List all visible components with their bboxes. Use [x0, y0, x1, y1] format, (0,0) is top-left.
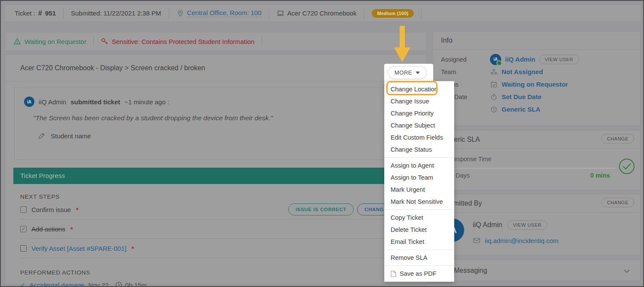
location-pin-icon: [176, 9, 184, 17]
ticket-label: Ticket :: [15, 9, 35, 17]
stopwatch-icon: [490, 93, 498, 101]
menu-separator: [385, 250, 454, 250]
clock-icon: [115, 281, 123, 287]
performed-date: Nov 22 ,: [88, 281, 112, 287]
status-link[interactable]: Waiting on Requestor: [502, 81, 568, 88]
messaging-panel[interactable]: Messaging: [433, 259, 641, 281]
header-end-divider: [421, 8, 436, 19]
step-label: Confirm issue: [31, 206, 71, 213]
view-user-button[interactable]: VIEW USER: [539, 55, 579, 64]
calendar-check-icon: [490, 81, 498, 88]
sla-progress-track: [450, 168, 615, 169]
step-label: Add actions: [31, 225, 65, 233]
menu-item-remove-sla[interactable]: Remove SLA: [385, 252, 454, 264]
menu-item-assign-to-agent[interactable]: Assign to Agent: [385, 159, 454, 172]
assigned-user-link[interactable]: iiQ Admin: [505, 56, 535, 63]
priority-segment: Medium (100): [364, 8, 422, 19]
menu-item-delete-ticket[interactable]: Delete Ticket: [385, 224, 454, 236]
submitted-by-panel: Submitted By CHANGE iA iiQ Admin VIEW US…: [433, 194, 641, 255]
warning-icon: [13, 37, 21, 45]
avatar: iA: [24, 97, 34, 107]
messaging-title: Messaging: [433, 260, 640, 281]
workflow-status-text: Waiting on Requestor: [25, 38, 86, 45]
avatar: iA: [490, 54, 501, 65]
step-add-actions: ✓ Add actions*: [20, 219, 419, 239]
menu-item-mark-urgent[interactable]: Mark Urgent: [385, 184, 454, 196]
comment-action: submitted ticket: [71, 98, 120, 106]
sla-change-button[interactable]: CHANGE: [601, 134, 634, 144]
menu-separator: [385, 265, 454, 266]
status-divider-2: [262, 36, 262, 47]
step-verify-asset: Verify Asset [Asset #SPARE-001]*: [20, 239, 419, 258]
response-time-label: Response Time: [450, 156, 491, 162]
issue-is-correct-button[interactable]: ISSUE IS CORRECT: [288, 203, 354, 215]
ticket-title: Acer C720 Chromebook - Display > Screen …: [6, 55, 426, 81]
verify-asset-link[interactable]: Verify Asset [Asset #SPARE-001]: [31, 245, 126, 252]
required-marker: *: [76, 206, 79, 213]
submitted-by-change-button[interactable]: CHANGE: [601, 198, 634, 207]
location-link[interactable]: Central Office, Room: 100: [187, 9, 262, 17]
info-row-status: Status Waiting on Requestor: [441, 78, 632, 90]
more-button[interactable]: MORE: [388, 66, 427, 79]
checkbox-unchecked[interactable]: [20, 245, 27, 252]
ticket-status-bar: Waiting on Requestor Sensitive: Contains…: [5, 32, 427, 51]
check-icon: ✓: [20, 281, 26, 287]
due-date-link[interactable]: Set Due Date: [502, 93, 542, 100]
menu-item-email-ticket[interactable]: Email Ticket: [385, 236, 454, 248]
info-row-assigned: Assigned iA iiQ Admin VIEW USER: [441, 53, 632, 66]
device-name: Acer C720 Chromebook: [287, 9, 357, 17]
submitter-email-link[interactable]: iiq.admin@incidentiq.com: [485, 237, 558, 244]
pencil-icon: [38, 132, 46, 140]
menu-item-mark-not-sensitive[interactable]: Mark Not Sensitive: [385, 196, 454, 208]
menu-item-save-as-pdf[interactable]: Save as PDF: [385, 268, 454, 280]
menu-item-change-subject[interactable]: Change Subject: [385, 119, 454, 131]
location-segment: Central Office, Room: 100: [169, 8, 269, 19]
ticket-header-bar: Ticket : # 951 Submitted: 11/22/2021 2:3…: [4, 4, 641, 22]
comment-author: iiQ Admin: [39, 98, 66, 106]
info-row-sla: SLA Generic SLA: [441, 103, 632, 115]
ticket-page: Ticket : # 951 Submitted: 11/22/2021 2:3…: [0, 0, 644, 287]
required-marker: *: [70, 225, 73, 233]
submitted-text: Submitted: 11/22/2021 2:38 PM: [71, 9, 161, 17]
clock-icon: [490, 106, 498, 113]
menu-item-edit-custom-fields[interactable]: Edit Custom Fields: [385, 131, 454, 144]
sla-met-check-icon: [619, 158, 635, 175]
device-segment: Acer C720 Chromebook: [269, 8, 364, 19]
comment-attachment[interactable]: Student name: [38, 132, 408, 140]
ticket-main-card: Acer C720 Chromebook - Display > Screen …: [5, 54, 427, 284]
attachment-label: Student name: [51, 132, 91, 140]
workflow-status: Waiting on Requestor: [13, 37, 86, 45]
performed-action-link[interactable]: Accidental damage: [30, 281, 85, 287]
chevron-down-icon[interactable]: [623, 267, 631, 275]
submitter-name: iiQ Admin: [473, 221, 502, 229]
team-link[interactable]: Not Assigned: [502, 68, 543, 75]
callout-arrow-icon: [394, 26, 410, 62]
step-confirm-issue: Confirm issue* ISSUE IS CORRECT CHANGE I…: [20, 200, 419, 219]
menu-item-assign-to-team[interactable]: Assign to Team: [385, 172, 454, 184]
sla-days-label: Days: [456, 172, 470, 179]
menu-item-change-location[interactable]: Change Location: [385, 83, 454, 95]
sla-link[interactable]: Generic SLA: [502, 106, 540, 113]
menu-item-copy-ticket[interactable]: Copy Ticket: [385, 212, 454, 224]
sensitive-flag-text: Sensitive: Contains Protected Student In…: [112, 38, 255, 45]
performed-action-row: ✓ Accidental damage Nov 22 , 0h 15m: [20, 281, 426, 287]
checkbox-checked[interactable]: ✓: [20, 226, 27, 232]
view-user-button[interactable]: VIEW USER: [507, 220, 547, 230]
mail-icon: [473, 237, 481, 244]
menu-item-change-issue[interactable]: Change Issue: [385, 95, 454, 107]
sla-panel: Generic SLA CHANGE Response Time Days 0 …: [433, 130, 641, 190]
comment-quote: "The Screen has been cracked by a studen…: [33, 114, 408, 122]
comment-time: ~1 minute ago :: [124, 98, 169, 106]
sensitive-flag: Sensitive: Contains Protected Student In…: [101, 37, 255, 45]
laptop-icon: [277, 9, 284, 17]
menu-item-change-priority[interactable]: Change Priority: [385, 107, 454, 119]
menu-item-change-status[interactable]: Change Status: [385, 144, 454, 156]
ticket-number-segment: Ticket : # 951: [7, 8, 63, 19]
ticket-icon: #: [38, 9, 42, 17]
sla-time-value: 0 mins: [590, 172, 610, 179]
checkbox-unchecked[interactable]: [20, 206, 27, 213]
ticket-progress-header: Ticket Progress: [13, 168, 419, 184]
more-button-label: MORE: [394, 69, 412, 76]
pdf-file-icon: [391, 271, 396, 277]
submitted-segment: Submitted: 11/22/2021 2:38 PM: [63, 8, 169, 19]
